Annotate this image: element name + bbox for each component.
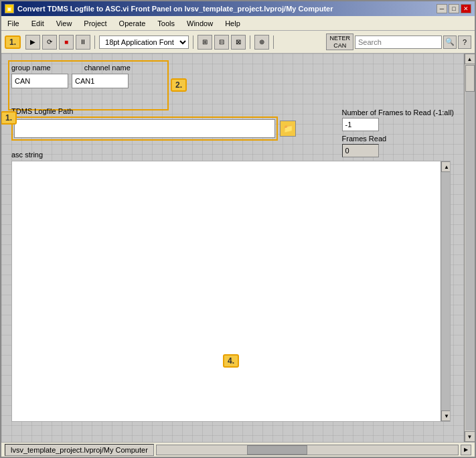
status-scroll-right[interactable]: ▶ xyxy=(461,445,471,455)
scroll-thumb[interactable] xyxy=(465,65,475,92)
field-inputs xyxy=(11,74,131,88)
group-name-input[interactable] xyxy=(11,74,68,88)
search-button[interactable]: 🔍 xyxy=(443,35,457,49)
tdms-input-border xyxy=(11,117,278,141)
frames-to-read-input[interactable] xyxy=(342,118,379,131)
asc-section: asc string ▲ ▼ 4. xyxy=(11,151,451,422)
run-button[interactable]: ▶ xyxy=(25,35,40,50)
title-controls: ─ □ ✕ xyxy=(437,4,471,13)
reorder-button[interactable]: ⊕ xyxy=(254,35,269,50)
menu-project[interactable]: Project xyxy=(81,19,109,28)
tdms-label: TDMS Logfile Path xyxy=(11,107,296,115)
menu-operate[interactable]: Operate xyxy=(116,19,149,28)
toolbar-separator-1 xyxy=(94,35,95,49)
pause-button[interactable]: ⏸ xyxy=(76,35,90,50)
distribute-button[interactable]: ⊟ xyxy=(214,35,229,50)
neter-line2: CAN xyxy=(329,42,350,50)
canvas-area: 2. group name channel name TDMS Logfile … xyxy=(1,54,464,442)
window-icon: ▣ xyxy=(5,4,14,13)
menu-file[interactable]: File xyxy=(5,19,22,28)
font-dropdown[interactable]: 18pt Application Font xyxy=(99,35,189,49)
status-scrollbar[interactable] xyxy=(156,445,459,455)
asc-scrollbar: ▲ ▼ xyxy=(441,161,450,421)
annotation-label-1: 1. xyxy=(1,111,17,125)
group-channel-panel: group name channel name xyxy=(11,64,131,88)
toolbar-annotation: 1. xyxy=(5,35,21,49)
help-button[interactable]: ? xyxy=(458,35,471,49)
window-title: Convert TDMS Logfile to ASC.vi Front Pan… xyxy=(17,5,333,13)
right-scrollbar: ▲ ▼ xyxy=(464,54,475,442)
neter-line1: NETER xyxy=(329,35,350,42)
abort-button[interactable]: ■ xyxy=(59,35,74,50)
tdms-input-row: 1. 📁 xyxy=(11,117,296,141)
tdms-section: TDMS Logfile Path 1. 📁 xyxy=(11,107,296,141)
status-bar: lvsv_template_project.lvproj/My Computer… xyxy=(1,442,475,457)
menu-window[interactable]: Window xyxy=(184,19,216,28)
scroll-track xyxy=(465,65,475,431)
scroll-up-button[interactable]: ▲ xyxy=(465,54,475,64)
main-content: 2. group name channel name TDMS Logfile … xyxy=(1,54,475,442)
toolbar-separator-4 xyxy=(273,35,274,49)
toolbar-separator-2 xyxy=(193,35,193,49)
asc-scroll-track xyxy=(441,172,450,410)
channel-name-input[interactable] xyxy=(72,74,129,88)
menu-help[interactable]: Help xyxy=(222,19,243,28)
toolbar-separator-3 xyxy=(250,35,250,49)
frames-to-read-label: Number of Frames to Read (-1:all) xyxy=(342,108,455,117)
main-window: ▣ Convert TDMS Logfile to ASC.vi Front P… xyxy=(0,0,476,458)
menu-view[interactable]: View xyxy=(54,19,75,28)
asc-label: asc string xyxy=(11,151,451,159)
browse-folder-button[interactable]: 📁 xyxy=(280,121,296,137)
menu-bar: File Edit View Project Operate Tools Win… xyxy=(1,16,475,31)
frames-read-label: Frames Read xyxy=(342,135,455,143)
annotation-label-4: 4. xyxy=(223,354,239,368)
status-path: lvsv_template_project.lvproj/My Computer xyxy=(5,444,154,456)
asc-scroll-down[interactable]: ▼ xyxy=(441,410,451,421)
title-bar-left: ▣ Convert TDMS Logfile to ASC.vi Front P… xyxy=(5,4,333,13)
tdms-input-wrapper: 1. xyxy=(11,117,278,141)
asc-scroll-up[interactable]: ▲ xyxy=(441,161,451,172)
field-labels: group name channel name xyxy=(11,64,131,72)
group-name-label: group name xyxy=(11,64,51,72)
resize-button[interactable]: ⊠ xyxy=(231,35,246,50)
run-continuously-button[interactable]: ⟳ xyxy=(42,35,57,50)
scroll-down-button[interactable]: ▼ xyxy=(465,431,475,442)
status-scroll-thumb xyxy=(247,445,307,455)
asc-textarea-wrapper: ▲ ▼ 4. xyxy=(11,161,451,422)
search-area: NETER CAN 🔍 ? xyxy=(326,33,471,51)
minimize-button[interactable]: ─ xyxy=(437,4,447,13)
maximize-button[interactable]: □ xyxy=(449,4,459,13)
channel-name-label: channel name xyxy=(84,64,131,72)
toolbar: 1. ▶ ⟳ ■ ⏸ 18pt Application Font ⊞ ⊟ ⊠ ⊕… xyxy=(1,31,475,54)
search-input[interactable] xyxy=(355,35,442,49)
tdms-path-input[interactable] xyxy=(14,119,275,138)
neter-badge: NETER CAN xyxy=(326,33,353,51)
align-button[interactable]: ⊞ xyxy=(197,35,212,50)
close-button[interactable]: ✕ xyxy=(461,4,471,13)
menu-tools[interactable]: Tools xyxy=(155,19,177,28)
title-bar: ▣ Convert TDMS Logfile to ASC.vi Front P… xyxy=(1,1,475,16)
menu-edit[interactable]: Edit xyxy=(29,19,47,28)
asc-textarea[interactable] xyxy=(12,161,441,421)
annotation-label-2: 2. xyxy=(171,78,187,92)
